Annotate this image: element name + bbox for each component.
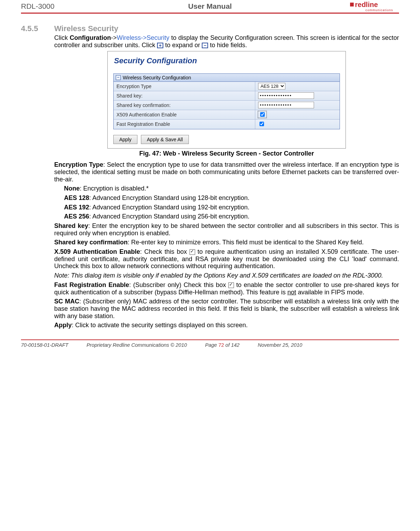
- para-apply: Apply: Click to activate the security se…: [54, 322, 399, 329]
- panel-collapse-icon[interactable]: −: [116, 75, 121, 80]
- row-label-shared-key-confirm: Shared key confirmation:: [114, 101, 255, 110]
- header-title: User Manual: [147, 2, 273, 10]
- panel-heading: Wireless Security Configuration: [123, 75, 191, 80]
- figure-caption: Fig. 47: Web - Wireless Security Screen …: [54, 150, 399, 157]
- intro-paragraph: Click Configuration->Wireless->Security …: [54, 34, 399, 49]
- shared-key-input[interactable]: [258, 92, 314, 99]
- para-x509-note: Note: This dialog item is visible only i…: [54, 272, 399, 279]
- footer-page: Page 72 of 142: [205, 342, 240, 348]
- expand-icon: [157, 43, 163, 48]
- para-aes128: AES 128: Advanced Encryption Standard us…: [54, 194, 399, 202]
- breadcrumb-link: Wireless->Security: [117, 34, 170, 41]
- row-label-fast-reg: Fast Registration Enable: [114, 120, 255, 129]
- checkbox-inline-icon: [190, 249, 195, 255]
- x509-checkbox[interactable]: [260, 112, 265, 117]
- apply-save-button[interactable]: Apply & Save All: [141, 135, 189, 144]
- para-x509: X.509 Authentication Enable: Check this …: [54, 248, 399, 270]
- fast-reg-checkbox[interactable]: [259, 122, 264, 126]
- para-none: None: Encryption is disabled.*: [54, 185, 399, 192]
- row-label-shared-key: Shared key:: [114, 91, 255, 100]
- para-fast-reg: Fast Registration Enable: (Subscriber on…: [54, 281, 399, 296]
- row-label-x509: X509 Authentication Enable: [114, 110, 255, 119]
- screenshot-panel: Security Configuration − Wireless Securi…: [107, 51, 346, 149]
- svg-text:communications: communications: [365, 8, 393, 12]
- para-sc-mac: SC MAC: (Subscriber only) MAC address of…: [54, 298, 399, 320]
- para-aes192: AES 192: Advanced Encryption Standard us…: [54, 204, 399, 211]
- apply-button[interactable]: Apply: [113, 135, 137, 144]
- encryption-type-select[interactable]: AES 128: [258, 83, 285, 89]
- footer-date: November 25, 2010: [258, 342, 302, 348]
- footer-copyright: Proprietary Redline Communications © 201…: [86, 342, 187, 348]
- para-encryption-type: Encryption Type: Select the encryption t…: [54, 161, 399, 183]
- shared-key-confirm-input[interactable]: [258, 102, 314, 108]
- para-shared-key: Shared key: Enter the encryption key to …: [54, 222, 399, 237]
- checkbox-inline-icon: [228, 282, 234, 288]
- para-shared-key-confirm: Shared key confirmation: Re-enter key to…: [54, 239, 399, 246]
- header-model: RDL-3000: [21, 2, 147, 10]
- section-number: 4.5.5: [21, 24, 54, 33]
- svg-text:redline: redline: [355, 1, 378, 8]
- section-title: Wireless Security: [54, 24, 118, 33]
- svg-rect-0: [350, 3, 354, 6]
- brand-logo: redline communications: [273, 1, 399, 12]
- screenshot-title: Security Configuration: [108, 51, 346, 73]
- collapse-icon: [202, 43, 208, 48]
- footer-docnum: 70-00158-01-DRAFT: [21, 342, 68, 348]
- para-aes256: AES 256: Advanced Encryption Standard us…: [54, 213, 399, 220]
- row-label-encryption-type: Encryption Type: [114, 82, 255, 91]
